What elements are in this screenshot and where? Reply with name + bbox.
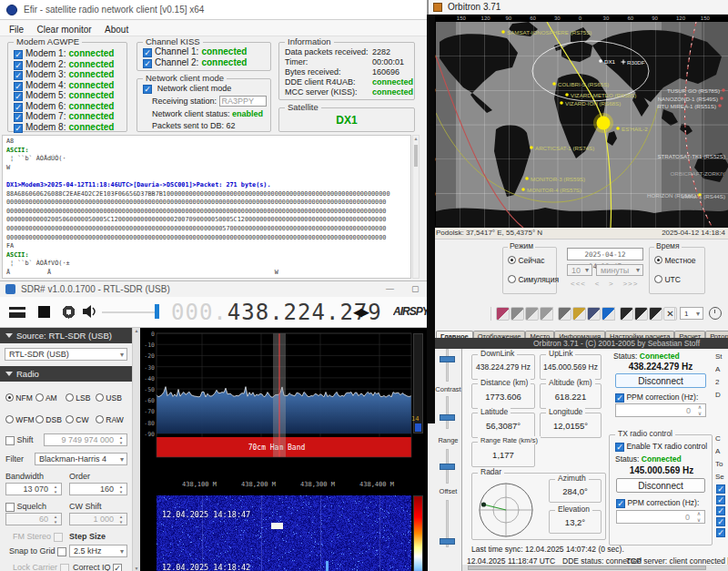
modem-row-checkbox[interactable]: ✓: [14, 92, 23, 101]
cut-checkbox[interactable]: ✓: [716, 506, 725, 515]
range-slider-handle[interactable]: [440, 464, 455, 470]
volume-slider-handle[interactable]: [155, 304, 159, 319]
mode-raw[interactable]: RAW: [96, 415, 126, 424]
mode-usb[interactable]: USB: [96, 393, 126, 403]
efir-titlebar[interactable]: Efir - satellite radio network client [v…: [0, 0, 427, 20]
minimize-icon[interactable]: —: [386, 284, 394, 293]
mode-am[interactable]: AM: [35, 393, 66, 403]
modem-row-checkbox[interactable]: ✓: [14, 82, 23, 91]
menu-icon[interactable]: [9, 307, 25, 318]
stop-icon[interactable]: [38, 306, 50, 318]
tab-настройки-расчета[interactable]: Настройки расчета: [605, 331, 674, 338]
tab-active-главное[interactable]: Главное: [436, 331, 473, 338]
rx-disconnect-button[interactable]: Disconnect: [615, 373, 706, 388]
modem-row-checkbox[interactable]: ✓: [14, 61, 23, 70]
rx-ppm-spinner[interactable]: 0 ∧∨: [615, 403, 706, 417]
cw-shift-spinner[interactable]: 1 000 ▴▾: [69, 513, 127, 525]
menu-file[interactable]: File: [9, 25, 24, 35]
frequency-display[interactable]: 000.438.224.279: [171, 300, 382, 325]
cut-checkbox[interactable]: ✓: [716, 484, 725, 494]
mode-radio[interactable]: [96, 393, 104, 402]
orbitron-titlebar[interactable]: Orbitron 3.71: [429, 0, 728, 15]
terminal-scrollbar-thumb[interactable]: [414, 145, 418, 167]
terminal-scrollbar[interactable]: ▲: [412, 135, 420, 279]
step-unit-select[interactable]: минуты: [596, 264, 643, 276]
filter-select[interactable]: Blackman-Harris 4: [35, 453, 127, 465]
spinner-arrows-icon[interactable]: ▴▾: [116, 484, 126, 495]
spinner-arrows-icon[interactable]: ▴▾: [51, 484, 60, 495]
mode-radio[interactable]: [35, 393, 44, 402]
fft-spectrum[interactable]: 70cm Ham Band: [140, 328, 426, 492]
tab-место[interactable]: Место: [525, 331, 554, 338]
window-pin-icon[interactable]: [540, 307, 553, 321]
tab-отображение[interactable]: Отображение: [473, 331, 526, 338]
camera-icon[interactable]: [511, 307, 524, 321]
snap-to-grid-checkbox[interactable]: ✓: [57, 547, 66, 556]
shift-value-spinner[interactable]: 9 749 974 000 ▴▾: [44, 433, 127, 446]
radio-section-header[interactable]: Radio: [0, 366, 132, 382]
squelch-checkbox[interactable]: ✓: [5, 503, 15, 512]
mode-cw[interactable]: CW: [66, 415, 96, 424]
volume-slider-track[interactable]: [102, 311, 158, 313]
mode-now-radio[interactable]: [508, 256, 516, 264]
split-view-icon[interactable]: [649, 307, 662, 321]
mode-simulation-radio[interactable]: [508, 275, 516, 283]
cut-checkbox[interactable]: ✓: [716, 528, 725, 537]
step-value-select[interactable]: 10: [567, 264, 592, 276]
mode-radio[interactable]: [66, 393, 74, 402]
modem-row-checkbox[interactable]: ✓: [14, 124, 23, 133]
mode-lsb[interactable]: LSB: [66, 393, 96, 403]
rewind-icon[interactable]: <: [595, 280, 601, 288]
sdr-titlebar[interactable]: SDR# v1.0.0.1700 - RTL-SDR (USB) — ▢: [0, 280, 461, 297]
offset-slider-handle[interactable]: [440, 538, 455, 545]
zoom-slider-handle[interactable]: [440, 356, 455, 362]
maximize-icon[interactable]: ▢: [411, 284, 420, 293]
tab-расчет[interactable]: Расчет: [674, 331, 705, 338]
bandwidth-spinner[interactable]: 13 070 ▴▾: [5, 483, 62, 495]
mode-radio[interactable]: [96, 415, 104, 423]
speaker-icon[interactable]: [82, 304, 98, 319]
time-local-radio[interactable]: [654, 256, 662, 264]
packet-monitor-terminal[interactable]: A8ASCII: ¦ ``b` ÀÒÅdÚÔ(·W DX1>Modem3>202…: [2, 135, 411, 279]
rewind-fast-icon[interactable]: <<<: [571, 280, 586, 288]
mode-dsb[interactable]: DSB: [35, 415, 66, 424]
contrast-slider-handle[interactable]: [440, 414, 455, 421]
source-section-header[interactable]: Source: RTL-SDR (USB): [0, 328, 132, 343]
open-folder-icon[interactable]: [572, 307, 586, 321]
modem-row-checkbox[interactable]: ✓: [14, 50, 23, 59]
tab-информация[interactable]: Информация: [554, 331, 605, 338]
modem-row-checkbox[interactable]: ✓: [14, 71, 23, 80]
menu-about[interactable]: About: [105, 25, 128, 35]
spinner-arrows-icon[interactable]: ∧∨: [694, 511, 703, 523]
squelch-spinner[interactable]: 60 ▴▾: [5, 513, 62, 525]
tx-enable-checkbox[interactable]: ✓: [615, 443, 624, 452]
time-utc-radio[interactable]: [654, 275, 662, 283]
modem-row-checkbox[interactable]: ✓: [14, 103, 23, 112]
rx-ppm-checkbox[interactable]: ✓: [615, 393, 624, 403]
receiving-station-input[interactable]: RA3PPY: [219, 96, 267, 107]
mode-radio[interactable]: [5, 415, 14, 423]
tx-ppm-checkbox[interactable]: ✓: [616, 499, 625, 508]
zoom-level-select[interactable]: 1: [680, 307, 703, 320]
modem-row-checkbox[interactable]: ✓: [14, 113, 23, 122]
mode-radio[interactable]: [35, 415, 44, 423]
tx-ppm-spinner[interactable]: 0 ∧∨: [616, 510, 705, 524]
window-shade-icon[interactable]: [525, 307, 539, 321]
tune-step-arrows[interactable]: ◀▶: [353, 305, 368, 319]
mode-radio[interactable]: [5, 393, 14, 402]
tle-update-icon[interactable]: [620, 307, 633, 321]
calc-icon[interactable]: [634, 307, 648, 321]
setup-tools-icon[interactable]: [558, 307, 571, 321]
mode-nfm[interactable]: NFM: [5, 393, 35, 403]
cut-checkbox[interactable]: ✓: [716, 517, 725, 526]
spinner-arrows-icon[interactable]: ▴▾: [116, 434, 126, 445]
source-device-select[interactable]: RTL-SDR (USB): [5, 348, 127, 361]
clock-icon[interactable]: [709, 307, 722, 320]
settings-scrollbar[interactable]: ▲▼: [132, 328, 140, 571]
cut-checkbox[interactable]: ✓: [716, 495, 725, 505]
network-client-mode-checkbox[interactable]: ✓: [143, 85, 152, 94]
channel-row-checkbox[interactable]: ✓: [143, 59, 152, 68]
order-spinner[interactable]: 160 ▴▾: [69, 483, 127, 495]
shift-checkbox[interactable]: ✓: [5, 436, 15, 445]
channel-row-checkbox[interactable]: ✓: [143, 48, 152, 57]
